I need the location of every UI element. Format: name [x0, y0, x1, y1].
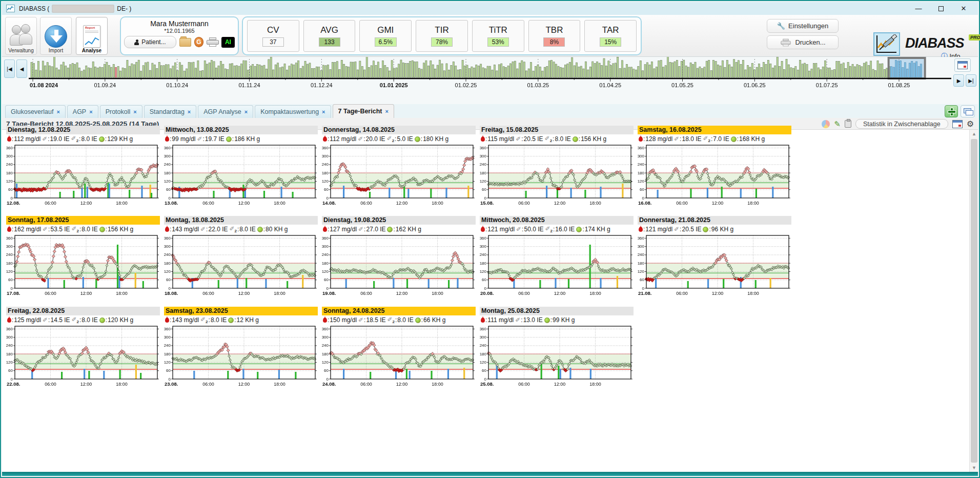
printer-icon [781, 38, 791, 46]
basal-pen-icon: ✐2 [71, 225, 79, 233]
tab-close-icon[interactable]: × [56, 109, 59, 115]
stat-box-titr: TiTR53% [472, 20, 524, 52]
day-stat-value: 80 KH g [266, 226, 288, 233]
day-glucose-chart [480, 325, 632, 391]
copy-statistics-button[interactable]: Statistik in Zwischenablage [855, 119, 948, 129]
tab-kompaktauswertung[interactable]: Kompaktauswertung× [255, 105, 331, 118]
blood-drop-icon [323, 227, 327, 232]
day-stat-value: 19.7 IE [205, 135, 224, 143]
blood-drop-icon [165, 136, 169, 142]
day-card-title: Sonntag, 17.08.2025 [6, 216, 160, 225]
day-stat-value: 7.0 IE [713, 135, 729, 143]
day-stats-line: :121 mg/dl✐:50.0 IE✐2:16.0 IE:174 KH g [480, 225, 634, 234]
basal-pen-icon: ✐2 [545, 135, 553, 143]
verwaltung-button[interactable]: Verwaltung [5, 17, 37, 55]
basal-pen-icon: ✐2 [387, 316, 395, 324]
glucose-stats-panel: CV37AVG133GMI6.5%TIR78%TiTR53%TBR8%TAR15… [242, 16, 642, 55]
day-card-title: Mittwoch, 13.08.2025 [164, 126, 318, 134]
patient-birthdate: *12.01.1965 [121, 28, 238, 34]
day-stat-value: 121 mg/dl [645, 226, 672, 233]
day-card-title: Montag, 25.08.2025 [480, 307, 634, 315]
maximize-button[interactable] [930, 2, 952, 15]
day-card: Montag, 25.08.2025:111 mg/dl✐:13.0 IE:99… [480, 307, 634, 393]
tab-agp-analyse[interactable]: AGP Analyse× [198, 105, 253, 118]
day-stat-value: 8.0 IE [81, 135, 97, 143]
day-stat-value: 168 KH g [739, 135, 765, 143]
blood-drop-icon [7, 136, 11, 142]
patient-select-button[interactable]: Patient... [124, 36, 176, 48]
bolus-pen-icon: ✐ [358, 135, 363, 143]
window-bottom-edge [2, 472, 978, 476]
stat-value: 15% [600, 37, 621, 47]
day-stat-value: 156 KH g [581, 135, 606, 143]
day-card-title: Montag, 18.08.2025 [164, 216, 318, 225]
scrollbar-thumb[interactable] [971, 139, 977, 463]
timeline-histogram[interactable] [29, 57, 951, 89]
stat-value: 53% [487, 37, 509, 47]
pencil-icon[interactable]: ✎ [834, 120, 841, 129]
tab-protokoll[interactable]: Protokoll× [100, 105, 142, 118]
scroll-down-icon[interactable]: ▼ [970, 464, 978, 472]
person-icon [134, 39, 139, 45]
printer-icon[interactable] [207, 37, 218, 47]
settings-button[interactable]: 🔧 Einstellungen [767, 19, 839, 33]
bolus-pen-icon: ✐ [197, 135, 202, 143]
tab-close-icon[interactable]: × [385, 108, 388, 114]
scroll-up-icon[interactable]: ▲ [970, 130, 978, 138]
day-stat-value: 20.5 IE [682, 226, 701, 233]
day-stat-value: 16.0 IE [555, 226, 575, 233]
day-glucose-chart [638, 144, 790, 210]
calendar-button[interactable] [954, 58, 971, 72]
day-card: Donnerstag, 21.08.2025:121 mg/dl✐:20.5 I… [638, 216, 791, 303]
day-card-title: Donnerstag, 21.08.2025 [638, 216, 791, 225]
day-stat-value: 180 KH g [423, 135, 448, 143]
timeline-first-button[interactable]: |◀ [4, 59, 15, 78]
pie-chart-icon[interactable] [822, 120, 830, 128]
app-window: DIABASS ( DE- ) — ✕ Verwaltung Import Re… [0, 0, 980, 478]
day-stat-value: 13.0 IE [523, 316, 543, 324]
calendar-icon[interactable] [952, 120, 963, 128]
vertical-scrollbar[interactable]: ▲ ▼ [969, 130, 978, 472]
carbs-apple-icon [228, 317, 234, 323]
tab-close-icon[interactable]: × [244, 109, 248, 115]
day-card: Sonntag, 24.08.2025:150 mg/dl✐:18.5 IE✐2… [322, 307, 476, 393]
timeline-next-button[interactable]: ▶ [953, 74, 964, 87]
tab-close-icon[interactable]: × [322, 109, 325, 115]
stat-label: CV [267, 25, 279, 35]
tab-label: Protokoll [106, 108, 131, 115]
tab-glukoseverlauf[interactable]: Glukoseverlauf× [5, 105, 66, 118]
carbs-apple-icon [257, 227, 263, 232]
print-button[interactable]: Drucken... [767, 35, 839, 49]
stat-box-tbr: TBR8% [528, 20, 581, 52]
blood-drop-icon [639, 136, 643, 142]
day-card-title: Dienstag, 12.08.2025 [6, 126, 160, 134]
day-stat-value: 8.0 IE [397, 316, 413, 324]
ai-badge-button[interactable]: AI [221, 37, 235, 48]
tab-agp[interactable]: AGP× [67, 105, 98, 118]
timeline-last-button[interactable]: ▶| [966, 74, 976, 87]
day-glucose-chart [6, 144, 159, 210]
timeline-prev-button[interactable]: ◀ [16, 59, 27, 78]
clipboard-icon[interactable] [845, 120, 851, 128]
close-button[interactable]: ✕ [952, 2, 975, 15]
tab-close-icon[interactable]: × [133, 109, 136, 115]
tab-7-tage-bericht[interactable]: 7 Tage-Bericht× [333, 104, 394, 118]
g-badge-icon[interactable]: G [194, 37, 204, 47]
add-tab-button[interactable] [945, 105, 958, 117]
carbs-apple-icon [544, 317, 550, 323]
blood-drop-icon [481, 317, 485, 323]
window-layout-button[interactable] [961, 105, 975, 117]
minimize-button[interactable]: — [907, 2, 930, 15]
tab-close-icon[interactable]: × [188, 109, 191, 115]
day-stats-line: :125 mg/dl✐:14.5 IE✐2:8.0 IE:120 KH g [6, 315, 160, 325]
bolus-pen-icon: ✐ [43, 316, 48, 324]
gear-icon[interactable]: ⚙ [967, 119, 974, 129]
analyse-button[interactable]: Report Analyse [76, 17, 108, 55]
carbs-apple-icon [226, 136, 232, 142]
day-stat-value: 5.0 IE [397, 135, 413, 143]
tab-close-icon[interactable]: × [89, 109, 92, 115]
tab-standardtag[interactable]: Standardtag× [144, 105, 197, 118]
import-button[interactable]: Import [40, 17, 72, 55]
main-toolbar: Verwaltung Import Report Analyse Mara Mu… [2, 15, 978, 57]
folder-icon[interactable] [179, 38, 191, 47]
